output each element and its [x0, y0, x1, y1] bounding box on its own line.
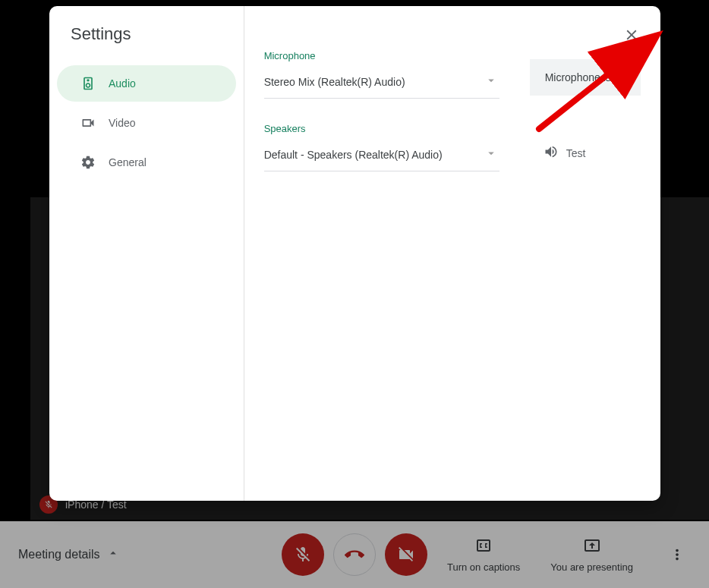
speaker-icon: [80, 76, 96, 91]
microphone-value: Stereo Mix (Realtek(R) Audio): [264, 76, 405, 88]
nav-item-general[interactable]: General: [57, 144, 236, 181]
nav-item-video[interactable]: Video: [57, 105, 236, 141]
nav-video-label: Video: [109, 117, 136, 129]
microphone-label: Microphone: [264, 50, 499, 61]
speakers-section: Speakers Default - Speakers (Realtek(R) …: [264, 123, 641, 171]
microphone-select[interactable]: Stereo Mix (Realtek(R) Audio): [264, 69, 499, 99]
microphone-status: Microphone is off: [530, 59, 641, 96]
microphone-section: Microphone Stereo Mix (Realtek(R) Audio)…: [264, 50, 641, 99]
nav-audio-label: Audio: [109, 77, 136, 90]
settings-main: Microphone Stereo Mix (Realtek(R) Audio)…: [244, 6, 660, 501]
video-icon: [80, 115, 96, 130]
nav-item-audio[interactable]: Audio: [57, 65, 236, 102]
speakers-label: Speakers: [264, 123, 499, 134]
settings-title: Settings: [49, 24, 244, 65]
settings-modal: Settings Audio Video General Microphon: [49, 6, 660, 501]
nav-general-label: General: [109, 156, 147, 168]
volume-icon: [544, 144, 559, 162]
speakers-value: Default - Speakers (Realtek(R) Audio): [264, 149, 443, 161]
test-speakers-button[interactable]: Test: [544, 144, 586, 162]
settings-sidebar: Settings Audio Video General: [49, 6, 244, 501]
gear-icon: [80, 155, 96, 170]
dropdown-icon: [484, 74, 498, 90]
close-icon: [623, 27, 640, 43]
speakers-select[interactable]: Default - Speakers (Realtek(R) Audio): [264, 142, 499, 171]
close-button[interactable]: [618, 21, 645, 49]
test-label: Test: [566, 147, 586, 159]
dropdown-icon: [484, 146, 498, 163]
